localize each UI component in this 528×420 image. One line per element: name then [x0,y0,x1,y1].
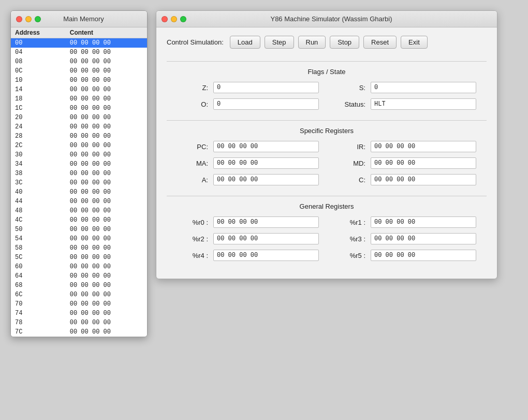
table-row[interactable]: 7400 00 00 00 [11,309,147,318]
md-field-row: MD: [334,157,476,169]
general-registers-section: General Registers %r0 : %r1 : %r2 : %r3 … [167,202,487,261]
address-column-header: Address [11,27,66,38]
ir-input[interactable] [371,141,476,152]
table-row[interactable]: 3C00 00 00 00 [11,178,147,187]
address-cell: 40 [11,187,66,197]
md-label: MD: [334,160,365,167]
table-row[interactable]: 2800 00 00 00 [11,132,147,141]
table-row[interactable]: 4C00 00 00 00 [11,215,147,225]
address-cell: 2C [11,141,66,150]
content-cell: 00 00 00 00 [66,197,147,206]
memory-table-container[interactable]: Address Content 0000 00 00 000400 00 00 … [11,27,147,337]
s-input[interactable] [371,82,476,93]
ma-input[interactable] [213,157,319,169]
status-input[interactable] [371,98,476,110]
exit-button[interactable]: Exit [401,36,428,49]
content-cell: 00 00 00 00 [66,309,147,318]
table-row[interactable]: 4000 00 00 00 [11,187,147,197]
table-row[interactable]: 0000 00 00 00 [11,38,147,48]
table-row[interactable]: 6800 00 00 00 [11,281,147,290]
content-cell: 00 00 00 00 [66,253,147,262]
address-cell: 08 [11,57,66,66]
content-cell: 00 00 00 00 [66,243,147,253]
r4-label: %r4 : [177,252,208,259]
table-row[interactable]: 7C00 00 00 00 [11,327,147,337]
r5-label: %r5 : [334,252,365,259]
r2-field-row: %r2 : [177,233,319,244]
table-row[interactable]: 2400 00 00 00 [11,122,147,132]
table-row[interactable]: 5800 00 00 00 [11,243,147,253]
table-row[interactable]: 2C00 00 00 00 [11,141,147,150]
reset-button[interactable]: Reset [363,36,397,49]
address-cell: 54 [11,234,66,243]
step-button[interactable]: Step [265,36,294,49]
table-row[interactable]: 0800 00 00 00 [11,57,147,66]
table-row[interactable]: 7000 00 00 00 [11,299,147,309]
memory-titlebar: Main Memory [11,11,147,27]
pc-label: PC: [177,143,208,151]
table-row[interactable]: 1C00 00 00 00 [11,104,147,113]
table-row[interactable]: 3800 00 00 00 [11,169,147,178]
content-cell: 00 00 00 00 [66,85,147,94]
r2-input[interactable] [213,233,319,244]
address-cell: 3C [11,178,66,187]
content-cell: 00 00 00 00 [66,290,147,299]
ma-label: MA: [177,160,208,167]
table-row[interactable]: 5C00 00 00 00 [11,253,147,262]
table-row[interactable]: 1400 00 00 00 [11,85,147,94]
table-row[interactable]: 0400 00 00 00 [11,48,147,57]
table-row[interactable]: 0C00 00 00 00 [11,66,147,76]
run-button[interactable]: Run [298,36,326,49]
content-cell: 00 00 00 00 [66,234,147,243]
table-row[interactable]: 6000 00 00 00 [11,262,147,271]
table-row[interactable]: 7800 00 00 00 [11,318,147,327]
status-field-row: Status: [334,98,476,110]
content-cell: 00 00 00 00 [66,132,147,141]
z-input[interactable] [213,82,319,93]
table-row[interactable]: 3000 00 00 00 [11,150,147,160]
r0-label: %r0 : [177,219,208,226]
address-cell: 04 [11,48,66,57]
table-row[interactable]: 3400 00 00 00 [11,160,147,169]
table-row[interactable]: 1800 00 00 00 [11,94,147,104]
address-cell: 64 [11,271,66,281]
table-row[interactable]: 4800 00 00 00 [11,206,147,215]
load-button[interactable]: Load [230,36,260,49]
r5-input[interactable] [371,250,476,261]
address-cell: 74 [11,309,66,318]
table-row[interactable]: 1000 00 00 00 [11,76,147,85]
divider-1 [167,61,487,62]
pc-input[interactable] [213,141,319,152]
address-cell: 60 [11,262,66,271]
content-cell: 00 00 00 00 [66,122,147,132]
close-button[interactable] [16,16,22,22]
r0-field-row: %r0 : [177,216,319,228]
r1-input[interactable] [371,216,476,228]
r3-input[interactable] [371,233,476,244]
address-cell: 68 [11,281,66,290]
content-cell: 00 00 00 00 [66,48,147,57]
r0-input[interactable] [213,216,319,228]
content-cell: 00 00 00 00 [66,262,147,271]
table-row[interactable]: 6400 00 00 00 [11,271,147,281]
c-input[interactable] [371,174,476,185]
sim-close-button[interactable] [162,16,168,22]
table-row[interactable]: 6C00 00 00 00 [11,290,147,299]
table-row[interactable]: 2000 00 00 00 [11,113,147,122]
r4-input[interactable] [213,250,319,261]
address-cell: 14 [11,85,66,94]
control-label: Control Simulation: [167,38,224,46]
table-row[interactable]: 5000 00 00 00 [11,225,147,234]
stop-button[interactable]: Stop [330,36,359,49]
table-row[interactable]: 4400 00 00 00 [11,197,147,206]
a-input[interactable] [213,174,319,185]
address-cell: 0C [11,66,66,76]
o-input[interactable] [213,98,319,110]
address-cell: 70 [11,299,66,309]
md-input[interactable] [371,157,476,169]
content-cell: 00 00 00 00 [66,150,147,160]
content-cell: 00 00 00 00 [66,38,147,48]
flags-grid: Z: S: O: Status: [167,82,487,110]
address-cell: 4C [11,215,66,225]
table-row[interactable]: 5400 00 00 00 [11,234,147,243]
